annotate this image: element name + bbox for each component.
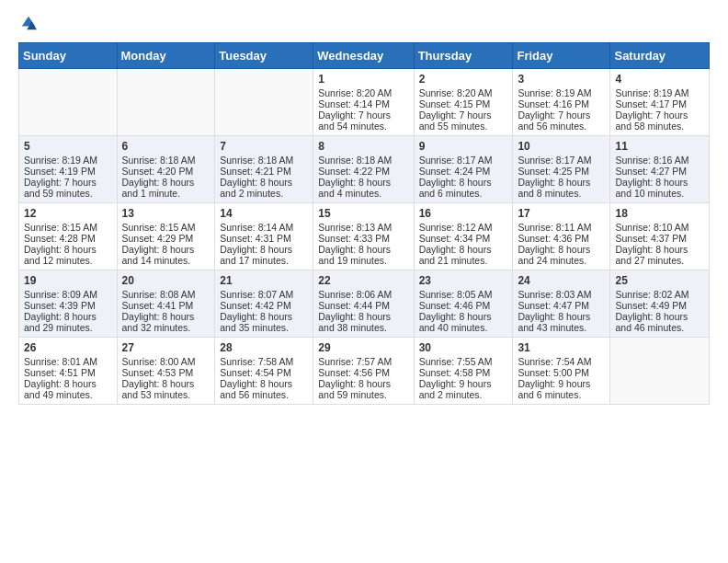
sunset-text: Sunset: 4:25 PM xyxy=(518,166,605,177)
day-number: 8 xyxy=(318,140,408,153)
day-number: 25 xyxy=(615,274,704,287)
sunrise-text: Sunrise: 8:19 AM xyxy=(615,87,704,98)
daylight-value: and 56 minutes. xyxy=(518,121,605,132)
day-number: 29 xyxy=(318,341,408,354)
daylight-label: Daylight: 8 hours xyxy=(220,311,308,322)
sunrise-text: Sunrise: 8:19 AM xyxy=(24,155,112,166)
sunset-text: Sunset: 5:00 PM xyxy=(518,367,605,378)
day-number: 1 xyxy=(318,73,408,86)
daylight-label: Daylight: 8 hours xyxy=(122,311,210,322)
day-number: 20 xyxy=(122,274,210,287)
sunset-text: Sunset: 4:44 PM xyxy=(318,300,408,311)
sunrise-text: Sunrise: 8:09 AM xyxy=(24,289,112,300)
day-number: 10 xyxy=(518,140,605,153)
calendar-cell: 26Sunrise: 8:01 AMSunset: 4:51 PMDayligh… xyxy=(19,338,118,405)
sunset-text: Sunset: 4:27 PM xyxy=(615,166,704,177)
calendar-cell: 8Sunrise: 8:18 AMSunset: 4:22 PMDaylight… xyxy=(313,136,414,203)
sunset-text: Sunset: 4:39 PM xyxy=(24,300,112,311)
daylight-label: Daylight: 8 hours xyxy=(24,311,112,322)
day-number: 23 xyxy=(419,274,508,287)
day-number: 18 xyxy=(615,207,704,220)
daylight-label: Daylight: 8 hours xyxy=(318,378,408,389)
daylight-label: Daylight: 8 hours xyxy=(122,378,210,389)
sunrise-text: Sunrise: 7:55 AM xyxy=(419,356,508,367)
daylight-value: and 40 minutes. xyxy=(419,322,508,333)
calendar-cell: 15Sunrise: 8:13 AMSunset: 4:33 PMDayligh… xyxy=(313,203,414,270)
sunset-text: Sunset: 4:37 PM xyxy=(615,233,704,244)
sunrise-text: Sunrise: 8:20 AM xyxy=(318,87,408,98)
daylight-value: and 1 minute. xyxy=(122,188,210,199)
daylight-value: and 29 minutes. xyxy=(24,322,112,333)
calendar-cell xyxy=(117,69,215,136)
calendar-cell: 11Sunrise: 8:16 AMSunset: 4:27 PMDayligh… xyxy=(610,136,710,203)
sunset-text: Sunset: 4:22 PM xyxy=(318,166,408,177)
daylight-label: Daylight: 8 hours xyxy=(122,244,210,255)
sunrise-text: Sunrise: 8:10 AM xyxy=(615,222,704,233)
daylight-label: Daylight: 8 hours xyxy=(615,244,704,255)
sunset-text: Sunset: 4:42 PM xyxy=(220,300,308,311)
daylight-value: and 58 minutes. xyxy=(615,121,704,132)
daylight-label: Daylight: 8 hours xyxy=(518,177,605,188)
daylight-label: Daylight: 8 hours xyxy=(318,177,408,188)
sunrise-text: Sunrise: 8:01 AM xyxy=(24,356,112,367)
calendar-cell: 5Sunrise: 8:19 AMSunset: 4:19 PMDaylight… xyxy=(19,136,118,203)
sunset-text: Sunset: 4:17 PM xyxy=(615,98,704,109)
calendar-cell: 14Sunrise: 8:14 AMSunset: 4:31 PMDayligh… xyxy=(215,203,313,270)
sunset-text: Sunset: 4:46 PM xyxy=(419,300,508,311)
calendar-cell: 20Sunrise: 8:08 AMSunset: 4:41 PMDayligh… xyxy=(117,270,215,338)
logo-icon xyxy=(20,15,37,31)
sunset-text: Sunset: 4:29 PM xyxy=(122,233,210,244)
sunset-text: Sunset: 4:16 PM xyxy=(518,98,605,109)
sunset-text: Sunset: 4:41 PM xyxy=(122,300,210,311)
calendar-cell: 28Sunrise: 7:58 AMSunset: 4:54 PMDayligh… xyxy=(215,338,313,405)
day-number: 4 xyxy=(615,73,704,86)
daylight-label: Daylight: 7 hours xyxy=(318,109,408,121)
sunset-text: Sunset: 4:24 PM xyxy=(419,166,508,177)
day-number: 24 xyxy=(518,274,605,287)
calendar-cell: 24Sunrise: 8:03 AMSunset: 4:47 PMDayligh… xyxy=(513,270,610,338)
calendar-week-0: 1Sunrise: 8:20 AMSunset: 4:14 PMDaylight… xyxy=(19,69,710,136)
daylight-value: and 17 minutes. xyxy=(220,255,308,266)
daylight-value: and 6 minutes. xyxy=(518,389,605,400)
calendar-cell: 21Sunrise: 8:07 AMSunset: 4:42 PMDayligh… xyxy=(215,270,313,338)
calendar-cell: 18Sunrise: 8:10 AMSunset: 4:37 PMDayligh… xyxy=(610,203,710,270)
daylight-value: and 59 minutes. xyxy=(318,389,408,400)
sunrise-text: Sunrise: 8:15 AM xyxy=(122,222,210,233)
sunrise-text: Sunrise: 7:57 AM xyxy=(318,356,408,367)
sunset-text: Sunset: 4:49 PM xyxy=(615,300,704,311)
daylight-value: and 19 minutes. xyxy=(318,255,408,266)
daylight-value: and 24 minutes. xyxy=(518,255,605,266)
day-number: 30 xyxy=(419,341,508,354)
sunrise-text: Sunrise: 8:18 AM xyxy=(220,155,308,166)
calendar-week-1: 5Sunrise: 8:19 AMSunset: 4:19 PMDaylight… xyxy=(19,136,710,203)
daylight-label: Daylight: 8 hours xyxy=(220,378,308,389)
daylight-value: and 59 minutes. xyxy=(24,188,112,199)
calendar-cell: 31Sunrise: 7:54 AMSunset: 5:00 PMDayligh… xyxy=(513,338,610,405)
sunrise-text: Sunrise: 8:18 AM xyxy=(122,155,210,166)
sunset-text: Sunset: 4:53 PM xyxy=(122,367,210,378)
daylight-label: Daylight: 8 hours xyxy=(220,177,308,188)
day-number: 9 xyxy=(419,140,508,153)
daylight-value: and 2 minutes. xyxy=(220,188,308,199)
day-number: 12 xyxy=(24,207,112,220)
calendar-cell: 6Sunrise: 8:18 AMSunset: 4:20 PMDaylight… xyxy=(117,136,215,203)
day-number: 31 xyxy=(518,341,605,354)
day-header-sunday: Sunday xyxy=(19,43,118,69)
daylight-label: Daylight: 8 hours xyxy=(518,311,605,322)
daylight-value: and 10 minutes. xyxy=(615,188,704,199)
daylight-value: and 8 minutes. xyxy=(518,188,605,199)
day-number: 21 xyxy=(220,274,308,287)
calendar-cell: 10Sunrise: 8:17 AMSunset: 4:25 PMDayligh… xyxy=(513,136,610,203)
daylight-value: and 2 minutes. xyxy=(419,389,508,400)
calendar-week-3: 19Sunrise: 8:09 AMSunset: 4:39 PMDayligh… xyxy=(19,270,710,338)
calendar-cell: 12Sunrise: 8:15 AMSunset: 4:28 PMDayligh… xyxy=(19,203,118,270)
day-number: 7 xyxy=(220,140,308,153)
sunrise-text: Sunrise: 8:18 AM xyxy=(318,155,408,166)
daylight-label: Daylight: 8 hours xyxy=(419,311,508,322)
daylight-value: and 4 minutes. xyxy=(318,188,408,199)
logo xyxy=(18,15,37,31)
day-number: 5 xyxy=(24,140,112,153)
sunrise-text: Sunrise: 8:13 AM xyxy=(318,222,408,233)
sunset-text: Sunset: 4:36 PM xyxy=(518,233,605,244)
sunset-text: Sunset: 4:51 PM xyxy=(24,367,112,378)
